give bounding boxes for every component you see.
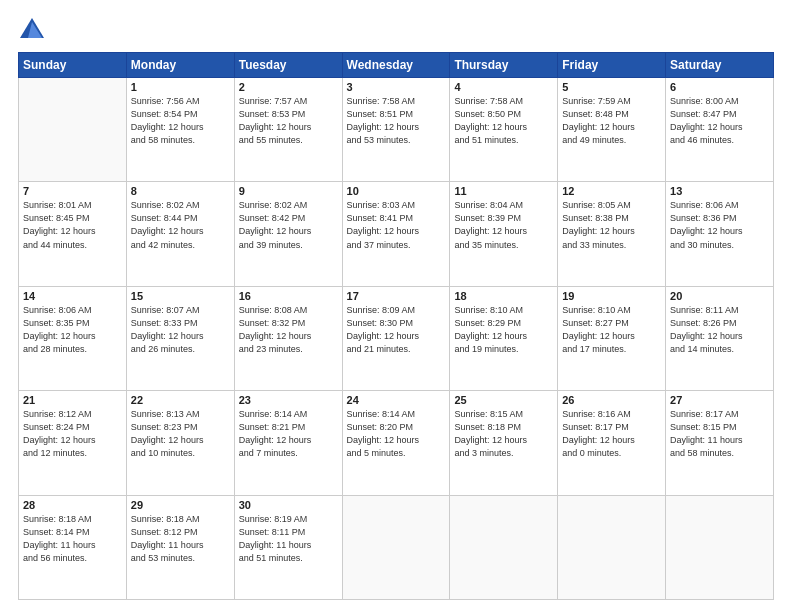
weekday-tuesday: Tuesday	[234, 53, 342, 78]
day-number: 29	[131, 499, 230, 511]
calendar-cell: 22Sunrise: 8:13 AM Sunset: 8:23 PM Dayli…	[126, 391, 234, 495]
weekday-monday: Monday	[126, 53, 234, 78]
calendar-cell: 8Sunrise: 8:02 AM Sunset: 8:44 PM Daylig…	[126, 182, 234, 286]
calendar-cell: 25Sunrise: 8:15 AM Sunset: 8:18 PM Dayli…	[450, 391, 558, 495]
day-info: Sunrise: 8:02 AM Sunset: 8:44 PM Dayligh…	[131, 199, 230, 251]
day-info: Sunrise: 8:09 AM Sunset: 8:30 PM Dayligh…	[347, 304, 446, 356]
day-number: 30	[239, 499, 338, 511]
day-info: Sunrise: 7:59 AM Sunset: 8:48 PM Dayligh…	[562, 95, 661, 147]
calendar-cell: 12Sunrise: 8:05 AM Sunset: 8:38 PM Dayli…	[558, 182, 666, 286]
logo	[18, 16, 50, 44]
day-info: Sunrise: 7:57 AM Sunset: 8:53 PM Dayligh…	[239, 95, 338, 147]
calendar-cell: 27Sunrise: 8:17 AM Sunset: 8:15 PM Dayli…	[666, 391, 774, 495]
week-row-0: 1Sunrise: 7:56 AM Sunset: 8:54 PM Daylig…	[19, 78, 774, 182]
calendar-cell: 15Sunrise: 8:07 AM Sunset: 8:33 PM Dayli…	[126, 286, 234, 390]
day-number: 5	[562, 81, 661, 93]
day-info: Sunrise: 8:04 AM Sunset: 8:39 PM Dayligh…	[454, 199, 553, 251]
day-number: 23	[239, 394, 338, 406]
day-info: Sunrise: 8:12 AM Sunset: 8:24 PM Dayligh…	[23, 408, 122, 460]
day-number: 27	[670, 394, 769, 406]
day-number: 21	[23, 394, 122, 406]
calendar-cell: 21Sunrise: 8:12 AM Sunset: 8:24 PM Dayli…	[19, 391, 127, 495]
day-number: 17	[347, 290, 446, 302]
calendar-cell: 14Sunrise: 8:06 AM Sunset: 8:35 PM Dayli…	[19, 286, 127, 390]
calendar-cell: 18Sunrise: 8:10 AM Sunset: 8:29 PM Dayli…	[450, 286, 558, 390]
day-number: 4	[454, 81, 553, 93]
day-number: 3	[347, 81, 446, 93]
day-info: Sunrise: 7:56 AM Sunset: 8:54 PM Dayligh…	[131, 95, 230, 147]
day-info: Sunrise: 8:06 AM Sunset: 8:35 PM Dayligh…	[23, 304, 122, 356]
day-info: Sunrise: 8:13 AM Sunset: 8:23 PM Dayligh…	[131, 408, 230, 460]
day-number: 25	[454, 394, 553, 406]
calendar-cell: 2Sunrise: 7:57 AM Sunset: 8:53 PM Daylig…	[234, 78, 342, 182]
day-info: Sunrise: 8:08 AM Sunset: 8:32 PM Dayligh…	[239, 304, 338, 356]
day-info: Sunrise: 8:06 AM Sunset: 8:36 PM Dayligh…	[670, 199, 769, 251]
weekday-saturday: Saturday	[666, 53, 774, 78]
day-number: 14	[23, 290, 122, 302]
calendar-cell: 24Sunrise: 8:14 AM Sunset: 8:20 PM Dayli…	[342, 391, 450, 495]
calendar-cell: 20Sunrise: 8:11 AM Sunset: 8:26 PM Dayli…	[666, 286, 774, 390]
day-info: Sunrise: 8:10 AM Sunset: 8:27 PM Dayligh…	[562, 304, 661, 356]
day-number: 16	[239, 290, 338, 302]
calendar-cell: 16Sunrise: 8:08 AM Sunset: 8:32 PM Dayli…	[234, 286, 342, 390]
calendar-cell: 26Sunrise: 8:16 AM Sunset: 8:17 PM Dayli…	[558, 391, 666, 495]
day-number: 2	[239, 81, 338, 93]
calendar-cell: 9Sunrise: 8:02 AM Sunset: 8:42 PM Daylig…	[234, 182, 342, 286]
header-area	[18, 16, 774, 44]
day-number: 26	[562, 394, 661, 406]
calendar-cell: 19Sunrise: 8:10 AM Sunset: 8:27 PM Dayli…	[558, 286, 666, 390]
day-number: 24	[347, 394, 446, 406]
day-number: 13	[670, 185, 769, 197]
day-info: Sunrise: 8:18 AM Sunset: 8:14 PM Dayligh…	[23, 513, 122, 565]
day-info: Sunrise: 8:02 AM Sunset: 8:42 PM Dayligh…	[239, 199, 338, 251]
day-number: 28	[23, 499, 122, 511]
calendar-cell: 5Sunrise: 7:59 AM Sunset: 8:48 PM Daylig…	[558, 78, 666, 182]
calendar-cell: 3Sunrise: 7:58 AM Sunset: 8:51 PM Daylig…	[342, 78, 450, 182]
calendar-cell: 23Sunrise: 8:14 AM Sunset: 8:21 PM Dayli…	[234, 391, 342, 495]
day-info: Sunrise: 8:01 AM Sunset: 8:45 PM Dayligh…	[23, 199, 122, 251]
day-number: 18	[454, 290, 553, 302]
weekday-thursday: Thursday	[450, 53, 558, 78]
calendar-cell	[19, 78, 127, 182]
page: SundayMondayTuesdayWednesdayThursdayFrid…	[0, 0, 792, 612]
day-info: Sunrise: 8:17 AM Sunset: 8:15 PM Dayligh…	[670, 408, 769, 460]
calendar-cell	[558, 495, 666, 599]
calendar-table: SundayMondayTuesdayWednesdayThursdayFrid…	[18, 52, 774, 600]
week-row-2: 14Sunrise: 8:06 AM Sunset: 8:35 PM Dayli…	[19, 286, 774, 390]
calendar-cell: 11Sunrise: 8:04 AM Sunset: 8:39 PM Dayli…	[450, 182, 558, 286]
calendar-cell	[450, 495, 558, 599]
day-number: 8	[131, 185, 230, 197]
day-info: Sunrise: 8:16 AM Sunset: 8:17 PM Dayligh…	[562, 408, 661, 460]
day-info: Sunrise: 8:14 AM Sunset: 8:20 PM Dayligh…	[347, 408, 446, 460]
weekday-friday: Friday	[558, 53, 666, 78]
calendar-cell: 1Sunrise: 7:56 AM Sunset: 8:54 PM Daylig…	[126, 78, 234, 182]
day-info: Sunrise: 8:03 AM Sunset: 8:41 PM Dayligh…	[347, 199, 446, 251]
day-number: 9	[239, 185, 338, 197]
day-info: Sunrise: 8:14 AM Sunset: 8:21 PM Dayligh…	[239, 408, 338, 460]
calendar-cell: 6Sunrise: 8:00 AM Sunset: 8:47 PM Daylig…	[666, 78, 774, 182]
day-number: 10	[347, 185, 446, 197]
day-info: Sunrise: 8:15 AM Sunset: 8:18 PM Dayligh…	[454, 408, 553, 460]
logo-icon	[18, 16, 46, 44]
day-number: 19	[562, 290, 661, 302]
calendar-cell: 28Sunrise: 8:18 AM Sunset: 8:14 PM Dayli…	[19, 495, 127, 599]
week-row-4: 28Sunrise: 8:18 AM Sunset: 8:14 PM Dayli…	[19, 495, 774, 599]
day-info: Sunrise: 8:19 AM Sunset: 8:11 PM Dayligh…	[239, 513, 338, 565]
weekday-sunday: Sunday	[19, 53, 127, 78]
day-info: Sunrise: 8:07 AM Sunset: 8:33 PM Dayligh…	[131, 304, 230, 356]
day-number: 6	[670, 81, 769, 93]
week-row-1: 7Sunrise: 8:01 AM Sunset: 8:45 PM Daylig…	[19, 182, 774, 286]
day-number: 7	[23, 185, 122, 197]
calendar-cell: 4Sunrise: 7:58 AM Sunset: 8:50 PM Daylig…	[450, 78, 558, 182]
calendar-cell: 29Sunrise: 8:18 AM Sunset: 8:12 PM Dayli…	[126, 495, 234, 599]
day-info: Sunrise: 7:58 AM Sunset: 8:51 PM Dayligh…	[347, 95, 446, 147]
day-info: Sunrise: 8:18 AM Sunset: 8:12 PM Dayligh…	[131, 513, 230, 565]
week-row-3: 21Sunrise: 8:12 AM Sunset: 8:24 PM Dayli…	[19, 391, 774, 495]
day-info: Sunrise: 7:58 AM Sunset: 8:50 PM Dayligh…	[454, 95, 553, 147]
weekday-header-row: SundayMondayTuesdayWednesdayThursdayFrid…	[19, 53, 774, 78]
day-number: 12	[562, 185, 661, 197]
day-info: Sunrise: 8:11 AM Sunset: 8:26 PM Dayligh…	[670, 304, 769, 356]
calendar-cell: 30Sunrise: 8:19 AM Sunset: 8:11 PM Dayli…	[234, 495, 342, 599]
day-number: 22	[131, 394, 230, 406]
day-number: 11	[454, 185, 553, 197]
